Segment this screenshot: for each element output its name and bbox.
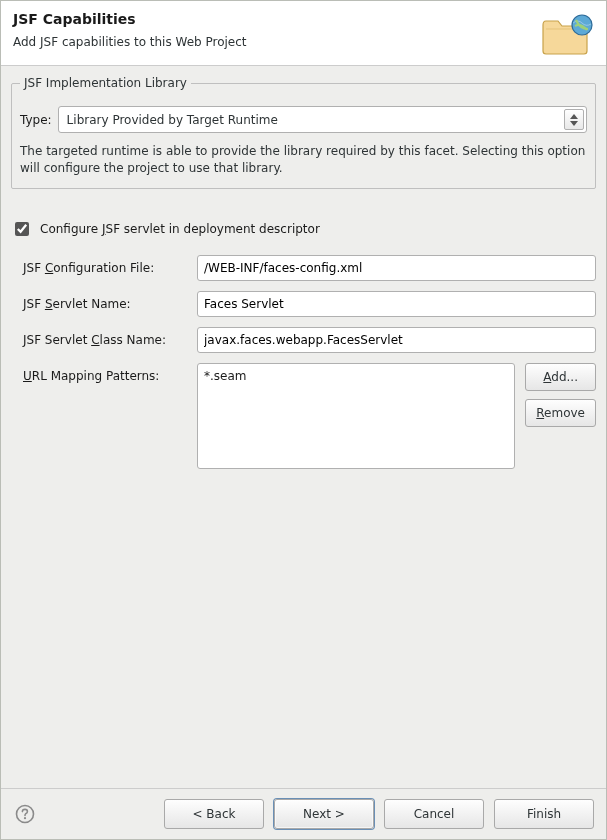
type-row: Type: Library Provided by Target Runtime: [20, 106, 587, 133]
header-text: JSF Capabilities Add JSF capabilities to…: [13, 11, 247, 49]
config-file-label: JSF Configuration File:: [23, 255, 191, 275]
page-subtitle: Add JSF capabilities to this Web Project: [13, 35, 247, 49]
impl-hint: The targeted runtime is able to provide …: [20, 143, 587, 178]
finish-button[interactable]: Finish: [494, 799, 594, 829]
impl-library-legend: JSF Implementation Library: [20, 76, 191, 90]
folder-globe-icon: [540, 11, 594, 55]
url-patterns-buttons: Add... Remove: [525, 363, 596, 427]
add-button[interactable]: Add...: [525, 363, 596, 391]
spinner-icon[interactable]: [564, 109, 584, 130]
page-title: JSF Capabilities: [13, 11, 247, 27]
type-combo-value: Library Provided by Target Runtime: [67, 113, 560, 127]
impl-library-group: JSF Implementation Library Type: Library…: [11, 76, 596, 189]
configure-servlet-checkbox[interactable]: [15, 222, 29, 236]
next-button[interactable]: Next >: [274, 799, 374, 829]
remove-button[interactable]: Remove: [525, 399, 596, 427]
servlet-class-input[interactable]: [197, 327, 596, 353]
svg-marker-2: [570, 121, 578, 126]
config-file-input[interactable]: [197, 255, 596, 281]
jsf-form: JSF Configuration File: JSF Servlet Name…: [23, 255, 596, 469]
help-icon[interactable]: [13, 802, 37, 826]
svg-marker-1: [570, 114, 578, 119]
configure-servlet-row: Configure JSF servlet in deployment desc…: [11, 219, 596, 239]
configure-servlet-label: Configure JSF servlet in deployment desc…: [40, 222, 320, 236]
wizard-body: JSF Implementation Library Type: Library…: [1, 66, 606, 788]
type-combo[interactable]: Library Provided by Target Runtime: [58, 106, 587, 133]
url-patterns-listbox[interactable]: *.seam: [197, 363, 515, 469]
wizard-footer: < Back Next > Cancel Finish: [1, 788, 606, 839]
type-label: Type:: [20, 113, 52, 127]
wizard-header: JSF Capabilities Add JSF capabilities to…: [1, 1, 606, 66]
url-patterns-row: *.seam Add... Remove: [197, 363, 596, 469]
svg-point-4: [24, 817, 26, 819]
list-item[interactable]: *.seam: [204, 368, 508, 384]
cancel-button[interactable]: Cancel: [384, 799, 484, 829]
url-patterns-label: URL Mapping Patterns:: [23, 363, 191, 383]
servlet-class-label: JSF Servlet Class Name:: [23, 327, 191, 347]
servlet-name-input[interactable]: [197, 291, 596, 317]
servlet-name-label: JSF Servlet Name:: [23, 291, 191, 311]
back-button[interactable]: < Back: [164, 799, 264, 829]
wizard-window: JSF Capabilities Add JSF capabilities to…: [0, 0, 607, 840]
